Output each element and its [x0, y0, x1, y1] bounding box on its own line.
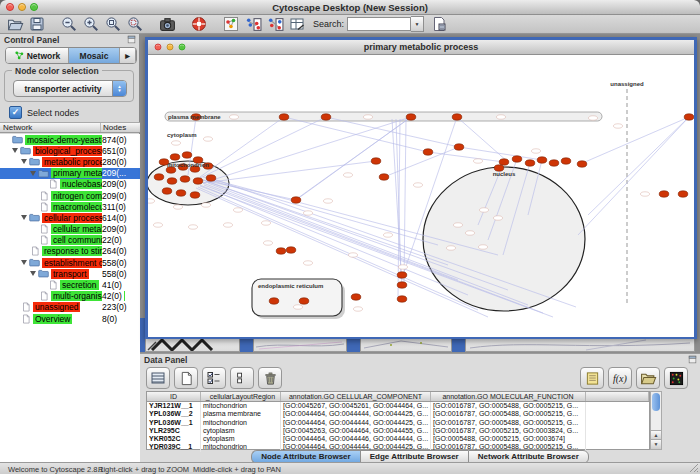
- network-node[interactable]: [423, 149, 433, 155]
- select-attributes-button[interactable]: [146, 367, 170, 389]
- node-color-dropdown[interactable]: transporter activity ▲▼: [13, 80, 127, 97]
- background-window[interactable]: [465, 337, 695, 352]
- network-node[interactable]: [561, 158, 571, 164]
- scroll-down-icon[interactable]: ▼: [651, 439, 661, 449]
- table-row[interactable]: YPL036W__2plasma membrane[GO:0044464, GO…: [147, 410, 649, 418]
- network-node[interactable]: [182, 152, 192, 158]
- tree-row[interactable]: macromolecule311(0): [0, 201, 140, 212]
- network-node[interactable]: [176, 190, 186, 196]
- resize-grip-icon[interactable]: [689, 463, 699, 473]
- network-node[interactable]: [454, 144, 464, 150]
- column-header[interactable]: annotation.GO MOLECULAR_FUNCTION: [431, 392, 586, 401]
- tree-column-nodes[interactable]: Nodes: [101, 123, 140, 132]
- tree-row[interactable]: secretion41(0): [0, 279, 140, 290]
- expand-arrow-icon[interactable]: [21, 260, 27, 265]
- table-row[interactable]: YKR052Ccytoplasm[GO:0044464, GO:0044446,…: [147, 435, 649, 443]
- tree-row[interactable]: cellular metabo209(0): [0, 224, 140, 235]
- vizmapper-button[interactable]: [221, 16, 241, 33]
- network-node[interactable]: [659, 191, 669, 197]
- expand-arrow-icon[interactable]: [21, 159, 27, 164]
- expand-arrow-icon[interactable]: [30, 271, 36, 276]
- tree-row[interactable]: establishment of lo558(0): [0, 257, 140, 268]
- table-scrollbar[interactable]: ▲ ▼: [650, 391, 662, 450]
- tree-row[interactable]: response to stimulu264(0): [0, 246, 140, 257]
- create-attribute-button[interactable]: [174, 367, 198, 389]
- help-button[interactable]: [189, 16, 209, 33]
- network-node[interactable]: [379, 174, 389, 180]
- zoom-in-button[interactable]: [81, 16, 101, 33]
- attribute-transfer-button[interactable]: [243, 16, 263, 33]
- tree-row[interactable]: Overview8(0): [0, 313, 140, 324]
- network-node[interactable]: [180, 176, 190, 182]
- search-input[interactable]: [347, 17, 411, 31]
- network-node[interactable]: [351, 294, 361, 300]
- float-panel-icon[interactable]: [688, 355, 697, 366]
- tree-row[interactable]: cellular process614(0): [0, 212, 140, 223]
- delete-attribute-button[interactable]: [202, 367, 226, 389]
- unselect-attributes-button[interactable]: [230, 367, 254, 389]
- trash-button[interactable]: [258, 367, 282, 389]
- network-node[interactable]: [321, 114, 331, 120]
- expand-arrow-icon[interactable]: [21, 215, 27, 220]
- network-node[interactable]: [371, 158, 381, 164]
- tree-row[interactable]: transport558(0): [0, 268, 140, 279]
- tree-row[interactable]: cell communicat22(0): [0, 235, 140, 246]
- float-panel-icon[interactable]: [127, 35, 136, 46]
- network-node[interactable]: [525, 160, 535, 166]
- network-node[interactable]: [406, 114, 416, 120]
- network-node[interactable]: [684, 114, 694, 120]
- expand-arrow-icon[interactable]: [12, 148, 18, 153]
- matrix-button[interactable]: [664, 367, 688, 389]
- tree-row[interactable]: nitrogen compo209(0): [0, 190, 140, 201]
- network-node[interactable]: [397, 272, 407, 278]
- tab-mosaic[interactable]: Mosaic: [69, 48, 120, 63]
- open-file-button[interactable]: [5, 16, 25, 33]
- zoom-fit-button[interactable]: [103, 16, 123, 33]
- network-node[interactable]: [678, 191, 688, 197]
- network-node[interactable]: [269, 298, 279, 304]
- network-node[interactable]: [397, 282, 407, 288]
- tree-row[interactable]: multi-organism pro42(0): [0, 291, 140, 302]
- network-node[interactable]: [577, 161, 587, 167]
- table-row[interactable]: YLR295Ccytoplasm[GO:0045263, GO:0044464,…: [147, 427, 649, 435]
- network-node[interactable]: [512, 156, 522, 162]
- tree-column-network[interactable]: Network: [0, 123, 101, 132]
- network-node[interactable]: [167, 178, 177, 184]
- background-window[interactable]: [145, 337, 240, 352]
- network-node[interactable]: [299, 298, 309, 304]
- network-node[interactable]: [499, 159, 509, 165]
- tree-row[interactable]: metabolic process280(0): [0, 156, 140, 167]
- network-node[interactable]: [206, 175, 216, 181]
- tree-row[interactable]: biological_process651(0): [0, 145, 140, 156]
- network-node[interactable]: [276, 248, 286, 254]
- tree-row[interactable]: primary metabo209(...: [0, 168, 140, 179]
- save-button[interactable]: [27, 16, 47, 33]
- network-node[interactable]: [279, 114, 289, 120]
- table-row[interactable]: YJR121W__1mitochondrion[GO:0045267, GO:0…: [147, 402, 649, 410]
- tab-network[interactable]: Network: [6, 48, 69, 63]
- network-node[interactable]: [397, 296, 407, 302]
- search-dropdown-arrow-icon[interactable]: ▼: [411, 16, 424, 32]
- network-node[interactable]: [154, 174, 164, 180]
- tab-overflow-arrow-icon[interactable]: ▶: [120, 48, 136, 63]
- network-node[interactable]: [291, 197, 301, 203]
- tree-row[interactable]: nucleobase-209(0): [0, 179, 140, 190]
- tree-row[interactable]: unassigned223(0): [0, 302, 140, 313]
- background-window[interactable]: [253, 337, 347, 352]
- save-search-button[interactable]: [429, 16, 449, 33]
- tree-row[interactable]: mosaic-demo-yeast874(0): [0, 134, 140, 145]
- import-attributes-button[interactable]: [636, 367, 660, 389]
- notes-button[interactable]: [580, 367, 604, 389]
- scrollbar-thumb[interactable]: [652, 393, 660, 411]
- attribute-copy-button[interactable]: [265, 16, 285, 33]
- expand-arrow-icon[interactable]: [30, 171, 36, 176]
- network-node[interactable]: [193, 178, 203, 184]
- network-node[interactable]: [549, 160, 559, 166]
- table-row[interactable]: YPL036W__1mitochondrion[GO:0044464, GO:0…: [147, 419, 649, 427]
- network-node[interactable]: [452, 114, 462, 120]
- network-node[interactable]: [286, 247, 296, 253]
- select-nodes-checkbox[interactable]: ✓: [9, 106, 22, 119]
- formula-button[interactable]: f(x): [608, 367, 632, 389]
- network-canvas[interactable]: plasma membranecytoplasmmitochondrionnuc…: [148, 55, 694, 337]
- zoom-out-button[interactable]: [59, 16, 79, 33]
